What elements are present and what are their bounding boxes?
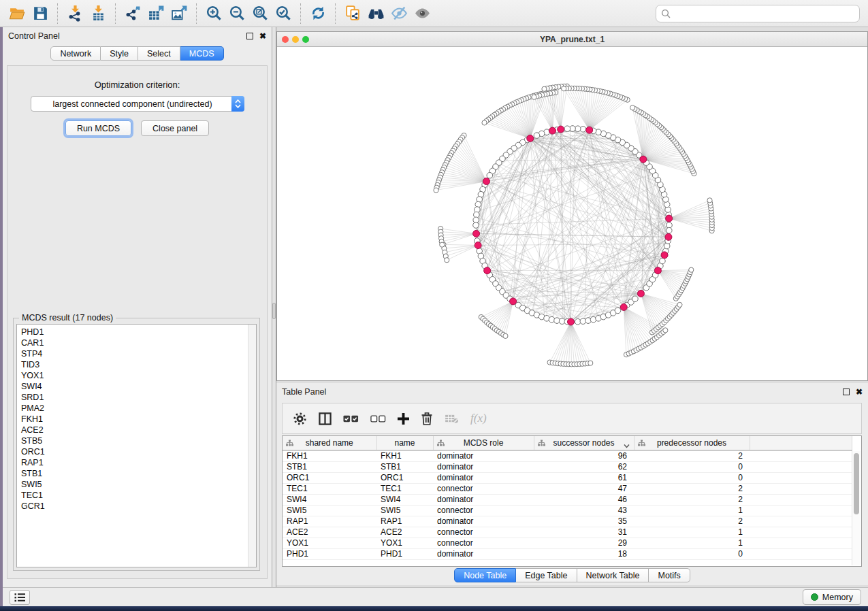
export-table-icon[interactable]	[144, 3, 167, 24]
graph-node[interactable]	[534, 133, 540, 139]
close-panel-button[interactable]: Close panel	[141, 120, 209, 136]
mcds-result-item[interactable]: TID3	[21, 359, 246, 370]
table-row[interactable]: SWI5SWI5connector431	[283, 505, 852, 516]
mcds-result-item[interactable]: SWI4	[21, 381, 246, 392]
graph-hub-node[interactable]	[475, 242, 481, 249]
graph-hub-node[interactable]	[484, 267, 491, 274]
graph-node[interactable]	[487, 172, 493, 178]
show-all-icon[interactable]	[411, 3, 434, 24]
delete-row-icon[interactable]	[421, 412, 433, 425]
zoom-fit-icon[interactable]	[248, 3, 272, 24]
tab-network-table[interactable]: Network Table	[577, 568, 649, 582]
mcds-result-item[interactable]: STB5	[21, 435, 246, 446]
gear-icon[interactable]	[293, 412, 307, 426]
graph-satellite-node[interactable]	[440, 242, 445, 247]
graph-satellite-node[interactable]	[588, 361, 593, 365]
network-canvas[interactable]	[277, 47, 867, 380]
mcds-result-item[interactable]: CAR1	[21, 337, 246, 348]
search-input[interactable]	[674, 7, 854, 20]
column-header-mcds-role[interactable]: MCDS role	[433, 436, 534, 450]
graph-node[interactable]	[564, 126, 570, 132]
graph-hub-node[interactable]	[483, 178, 489, 185]
table-row[interactable]: STB1STB1dominator620	[283, 461, 852, 472]
tab-mcds[interactable]: MCDS	[180, 46, 224, 61]
graph-hub-node[interactable]	[586, 127, 593, 133]
mcds-result-item[interactable]: PMA2	[21, 403, 246, 414]
add-row-icon[interactable]	[398, 413, 409, 425]
graph-hub-node[interactable]	[568, 318, 575, 325]
close-panel-icon[interactable]: ✖	[259, 33, 266, 39]
tab-motifs[interactable]: Motifs	[649, 568, 690, 582]
graph-satellite-node[interactable]	[663, 328, 668, 333]
graph-satellite-node[interactable]	[445, 258, 449, 263]
tab-select[interactable]: Select	[138, 46, 180, 61]
mcds-result-item[interactable]: FKH1	[21, 414, 246, 425]
graph-nodes[interactable]	[434, 84, 714, 367]
mcds-result-item[interactable]: SRD1	[21, 392, 246, 403]
graph-hub-node[interactable]	[654, 267, 661, 274]
mcds-result-listbox[interactable]: PHD1CAR1STP4TID3YOX1SWI4SRD1PMA2FKH1ACE2…	[16, 324, 257, 567]
first-neighbors-icon[interactable]	[364, 3, 387, 24]
tab-node-table[interactable]: Node Table	[454, 568, 516, 582]
graph-satellite-node[interactable]	[707, 198, 712, 203]
run-mcds-button[interactable]: Run MCDS	[65, 120, 131, 136]
memory-button[interactable]: Memory	[803, 589, 861, 605]
float-table-panel-icon[interactable]	[843, 389, 850, 395]
graph-hub-node[interactable]	[558, 126, 564, 133]
column-header-shared-name[interactable]: shared name	[283, 436, 376, 450]
mcds-result-item[interactable]: RAP1	[21, 457, 246, 468]
mcds-result-item[interactable]: GCR1	[21, 501, 246, 512]
graph-satellite-node[interactable]	[542, 86, 547, 91]
graph-satellite-node[interactable]	[677, 302, 682, 307]
graph-hub-node[interactable]	[666, 215, 673, 222]
criterion-dropdown[interactable]: largest connected component (undirected)	[31, 96, 244, 112]
close-table-panel-icon[interactable]: ✖	[856, 389, 863, 395]
zoom-selected-icon[interactable]	[272, 3, 295, 24]
select-all-icon[interactable]	[343, 415, 359, 423]
graph-hub-node[interactable]	[661, 252, 668, 259]
mcds-result-item[interactable]: STP4	[21, 348, 246, 359]
table-row[interactable]: TEC1TEC1connector472	[283, 483, 852, 494]
show-columns-icon[interactable]	[319, 412, 332, 425]
graph-hub-node[interactable]	[640, 156, 647, 163]
refresh-icon[interactable]	[306, 3, 329, 24]
graph-satellite-node[interactable]	[562, 86, 566, 91]
import-network-icon[interactable]	[63, 3, 86, 24]
graph-satellite-node[interactable]	[482, 120, 487, 125]
table-scrollbar[interactable]	[852, 451, 861, 565]
task-history-button[interactable]	[10, 590, 30, 605]
copy-network-icon[interactable]	[341, 3, 364, 24]
import-table-icon[interactable]	[86, 3, 110, 24]
mcds-result-item[interactable]: YOX1	[21, 370, 246, 381]
graph-hub-node[interactable]	[549, 127, 556, 134]
graph-hub-node[interactable]	[510, 298, 517, 305]
graph-satellite-node[interactable]	[434, 188, 438, 193]
table-row[interactable]: YOX1YOX1connector291	[283, 538, 852, 548]
tab-style[interactable]: Style	[101, 46, 138, 61]
mcds-result-item[interactable]: TEC1	[21, 490, 246, 501]
tab-edge-table[interactable]: Edge Table	[516, 568, 577, 582]
search-box[interactable]	[656, 5, 860, 22]
hide-selected-icon[interactable]	[387, 3, 411, 24]
table-row[interactable]: SWI4SWI4dominator462	[283, 494, 852, 505]
save-session-icon[interactable]	[29, 3, 52, 24]
float-panel-icon[interactable]	[246, 33, 253, 39]
graph-node[interactable]	[615, 308, 621, 314]
table-row[interactable]: ORC1ORC1dominator610	[283, 472, 852, 483]
column-header-successor-nodes[interactable]: successor nodes	[534, 436, 634, 450]
export-image-icon[interactable]	[167, 3, 191, 24]
mcds-result-item[interactable]: SWI5	[21, 479, 246, 490]
open-file-icon[interactable]	[5, 3, 29, 24]
sort-chevron-icon[interactable]	[624, 441, 630, 450]
graph-hub-node[interactable]	[620, 303, 627, 310]
mcds-result-item[interactable]: PHD1	[21, 327, 246, 337]
table-row[interactable]: FKH1FKH1dominator962	[283, 450, 852, 461]
mcds-list-scrollbar[interactable]	[248, 325, 256, 567]
export-network-icon[interactable]	[121, 3, 144, 24]
splitter-grip[interactable]	[272, 303, 276, 319]
graph-satellite-node[interactable]	[532, 95, 536, 99]
graph-satellite-node[interactable]	[630, 105, 635, 110]
zoom-in-icon[interactable]	[202, 3, 225, 24]
graph-node[interactable]	[632, 296, 639, 302]
tab-network[interactable]: Network	[50, 46, 101, 61]
